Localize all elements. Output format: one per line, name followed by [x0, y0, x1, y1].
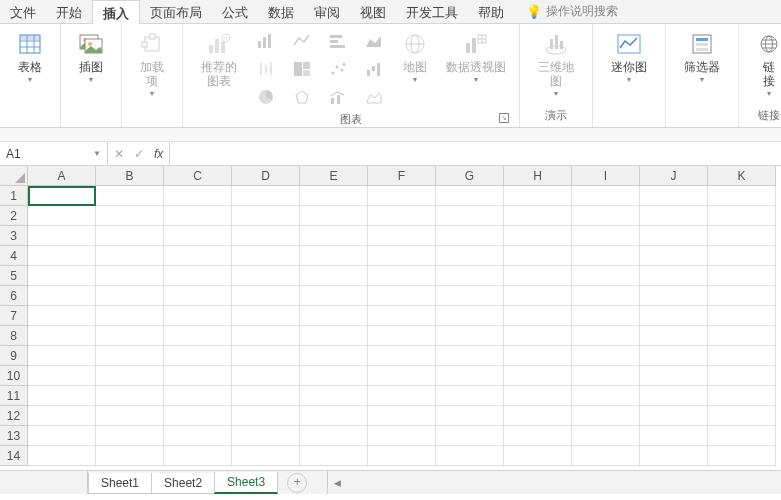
cell[interactable] [368, 286, 436, 306]
row-header[interactable]: 1 [0, 186, 28, 206]
cell[interactable] [300, 426, 368, 446]
cell[interactable] [368, 206, 436, 226]
cell[interactable] [640, 366, 708, 386]
cell[interactable] [164, 426, 232, 446]
cell[interactable] [436, 246, 504, 266]
cell[interactable] [96, 406, 164, 426]
cell[interactable] [164, 386, 232, 406]
cell[interactable] [504, 306, 572, 326]
cell[interactable] [504, 186, 572, 206]
cell[interactable] [232, 286, 300, 306]
cell[interactable] [708, 326, 776, 346]
cell[interactable] [708, 406, 776, 426]
cell[interactable] [708, 206, 776, 226]
cell[interactable] [232, 426, 300, 446]
chart-type-grid[interactable] [251, 28, 389, 110]
col-header[interactable]: F [368, 166, 436, 186]
cell[interactable] [300, 446, 368, 466]
cell[interactable] [164, 186, 232, 206]
cell[interactable] [368, 326, 436, 346]
cell[interactable] [300, 306, 368, 326]
cell[interactable] [96, 266, 164, 286]
cell[interactable] [28, 426, 96, 446]
cell[interactable] [300, 186, 368, 206]
sheet-tab[interactable]: Sheet3 [214, 472, 278, 494]
cell[interactable] [572, 226, 640, 246]
cell[interactable] [96, 246, 164, 266]
cell[interactable] [28, 306, 96, 326]
cell[interactable] [708, 386, 776, 406]
cell[interactable] [300, 246, 368, 266]
cell[interactable] [572, 286, 640, 306]
cell[interactable] [232, 226, 300, 246]
select-all-corner[interactable] [0, 166, 28, 186]
cell[interactable] [708, 246, 776, 266]
col-header[interactable]: B [96, 166, 164, 186]
menu-tab-8[interactable]: 开发工具 [396, 0, 468, 23]
cell[interactable] [300, 286, 368, 306]
row-header[interactable]: 6 [0, 286, 28, 306]
surface-chart-icon[interactable] [359, 84, 389, 110]
cancel-icon[interactable]: ✕ [114, 147, 124, 161]
cell[interactable] [28, 226, 96, 246]
cell[interactable] [640, 446, 708, 466]
col-header[interactable]: J [640, 166, 708, 186]
treemap-chart-icon[interactable] [287, 56, 317, 82]
cell[interactable] [436, 266, 504, 286]
col-header[interactable]: H [504, 166, 572, 186]
cell[interactable] [164, 246, 232, 266]
cell[interactable] [300, 266, 368, 286]
confirm-icon[interactable]: ✓ [134, 147, 144, 161]
col-header[interactable]: I [572, 166, 640, 186]
cell[interactable] [640, 386, 708, 406]
cell[interactable] [504, 386, 572, 406]
cell[interactable] [368, 426, 436, 446]
radar-chart-icon[interactable] [287, 84, 317, 110]
cell[interactable] [300, 406, 368, 426]
cell[interactable] [28, 406, 96, 426]
col-header[interactable]: A [28, 166, 96, 186]
row-header[interactable]: 13 [0, 426, 28, 446]
line-chart-icon[interactable] [287, 28, 317, 54]
cell[interactable] [640, 286, 708, 306]
cell[interactable] [232, 206, 300, 226]
tell-me-search[interactable]: 💡操作说明搜索 [526, 0, 618, 23]
filter-button[interactable]: 筛选器 ▾ [674, 28, 730, 84]
cell[interactable] [96, 186, 164, 206]
cell[interactable] [640, 266, 708, 286]
cell[interactable] [96, 306, 164, 326]
cell[interactable] [708, 226, 776, 246]
cell[interactable] [368, 386, 436, 406]
row-header[interactable]: 4 [0, 246, 28, 266]
cell[interactable] [96, 326, 164, 346]
row-header[interactable]: 2 [0, 206, 28, 226]
cell[interactable] [164, 226, 232, 246]
cell[interactable] [504, 366, 572, 386]
cell[interactable] [640, 246, 708, 266]
col-header[interactable]: D [232, 166, 300, 186]
cell[interactable] [368, 266, 436, 286]
cell[interactable] [504, 226, 572, 246]
cell[interactable] [232, 386, 300, 406]
area-chart-icon[interactable] [359, 28, 389, 54]
cell[interactable] [504, 426, 572, 446]
cell[interactable] [232, 186, 300, 206]
cell[interactable] [708, 426, 776, 446]
cell[interactable] [572, 426, 640, 446]
cell[interactable] [504, 446, 572, 466]
recommended-charts-button[interactable]: ? 推荐的 图表 [191, 28, 247, 88]
cell[interactable] [164, 346, 232, 366]
cell[interactable] [96, 366, 164, 386]
cell[interactable] [572, 186, 640, 206]
bar-chart-icon[interactable] [251, 28, 281, 54]
link-button[interactable]: 链 接 ▾ [747, 28, 781, 98]
cell[interactable] [436, 206, 504, 226]
cell[interactable] [436, 446, 504, 466]
cell[interactable] [368, 246, 436, 266]
cell[interactable] [572, 206, 640, 226]
cell[interactable] [640, 326, 708, 346]
cell[interactable] [572, 386, 640, 406]
cell[interactable] [640, 186, 708, 206]
horizontal-scrollbar[interactable]: ◀ [327, 471, 781, 494]
cell[interactable] [96, 446, 164, 466]
